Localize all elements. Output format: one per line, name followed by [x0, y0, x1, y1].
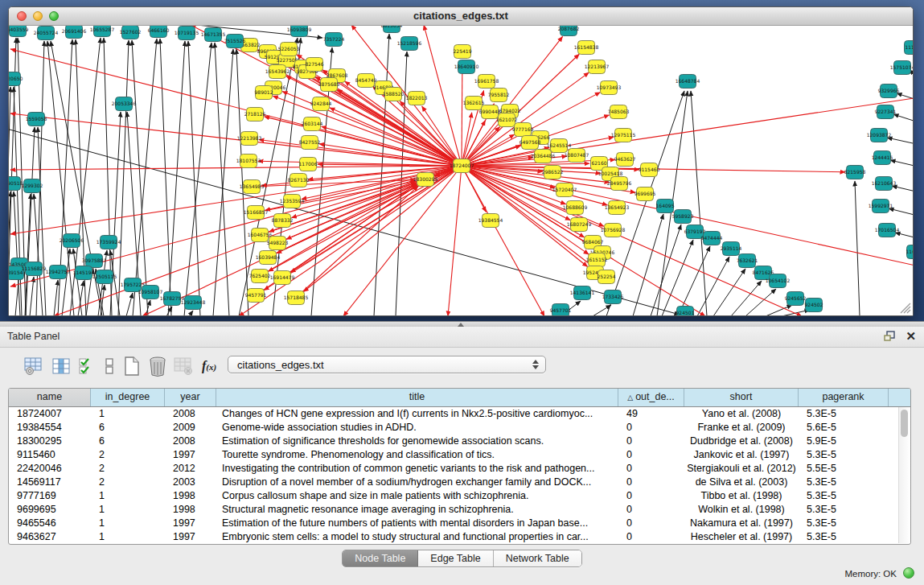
table-cell[interactable]: 2 [91, 448, 165, 462]
table-cell[interactable]: 5.3E-5 [799, 489, 889, 503]
table-cell[interactable]: Investigating the contribution of common… [216, 462, 618, 476]
graph-node[interactable]: 1822013 [406, 92, 428, 105]
table-cell[interactable]: 22420046 [9, 462, 91, 476]
graph-node[interactable]: 9227341 [875, 105, 897, 119]
graph-node[interactable]: 20053346 [112, 97, 137, 111]
graph-node[interactable]: 1145194 [73, 266, 95, 280]
table-cell[interactable]: Franke et al. (2009) [684, 421, 799, 435]
column-header-short[interactable]: short [684, 389, 799, 406]
table-cell[interactable]: Nakamura et al. (1997) [684, 517, 799, 530]
table-cell[interactable]: 0 [618, 530, 684, 544]
graph-node[interactable]: 10688609 [563, 201, 588, 215]
graph-node[interactable]: 12093872 [867, 129, 892, 142]
graph-node[interactable]: 9474444 [701, 232, 723, 245]
table-cell[interactable]: 6 [91, 421, 165, 435]
table-cell[interactable]: Genome-wide association studies in ADHD. [216, 421, 618, 435]
graph-node[interactable]: 13654983 [240, 180, 265, 194]
graph-node[interactable]: 3875685 [318, 78, 340, 92]
graph-node[interactable]: 924501 [676, 307, 695, 316]
table-cell[interactable]: 1997 [165, 517, 216, 530]
table-cell[interactable]: Jankovic et al. (1997) [684, 448, 799, 462]
graph-node[interactable]: 15718485 [284, 291, 309, 305]
graph-node[interactable]: 9457701 [550, 304, 572, 316]
column-header-title[interactable]: title [216, 389, 618, 406]
graph-node[interactable]: 10654102 [766, 274, 791, 288]
table-cell[interactable]: 1997 [165, 448, 216, 462]
table-cell[interactable]: Hescheler et al. (1997) [684, 530, 799, 544]
table-cell[interactable]: 1 [91, 517, 165, 530]
scrollbar-thumb[interactable] [901, 410, 908, 437]
window-resize-grip[interactable] [899, 302, 911, 314]
graph-node[interactable]: 15218596 [397, 37, 422, 51]
table-row[interactable]: 2242004622012Investigating the contribut… [9, 462, 910, 476]
graph-node[interactable]: 17359924 [97, 236, 121, 249]
citation-network-graph[interactable]: 1872400775638228960124591295452275085226… [9, 26, 913, 315]
graph-node[interactable]: 9329966 [878, 84, 900, 98]
table-cell[interactable]: 2008 [165, 435, 216, 448]
graph-node[interactable]: 10756928 [601, 224, 626, 237]
graph-node[interactable]: 18107553 [236, 154, 261, 168]
table-cell[interactable]: 5.6E-5 [799, 421, 889, 435]
table-cell[interactable]: Stergiakouli et al. (2012) [684, 462, 799, 476]
table-cell[interactable]: 0 [618, 421, 684, 435]
column-header-in_degree[interactable]: in_degree [91, 389, 165, 406]
graph-node[interactable]: 10719135 [175, 27, 199, 40]
graph-node[interactable]: 10973493 [597, 81, 622, 95]
table-cell[interactable]: 0 [618, 435, 684, 448]
table-cell[interactable]: Tibbo et al. (1998) [684, 489, 799, 503]
table-row[interactable]: 946554611997Estimation of the future num… [9, 517, 910, 530]
graph-node[interactable]: 6466160 [148, 26, 170, 38]
graph-node[interactable]: 8267130 [288, 174, 310, 187]
graph-node[interactable]: 1244415 [872, 151, 893, 165]
new-column-button[interactable] [121, 354, 143, 378]
graph-node[interactable]: 117006 [299, 158, 318, 171]
graph-node[interactable]: 16154838 [574, 41, 599, 55]
table-mode-button[interactable] [23, 354, 45, 378]
graph-node[interactable]: 1527602 [120, 26, 142, 39]
graph-node[interactable]: 9115460 [639, 163, 660, 177]
graph-node[interactable]: 12213967 [585, 60, 610, 74]
table-cell[interactable]: Estimation of significance thresholds fo… [216, 435, 618, 448]
graph-node[interactable]: 18640910 [454, 60, 479, 74]
graph-node[interactable]: 9245652 [785, 292, 807, 306]
table-cell[interactable]: 0 [618, 503, 684, 517]
table-cell[interactable]: 0 [618, 476, 684, 489]
graph-node[interactable]: 9242844 [310, 97, 332, 111]
table-cell[interactable]: 1 [91, 530, 165, 544]
graph-node[interactable]: 8427552 [299, 136, 321, 150]
graph-node[interactable]: 7357224 [323, 33, 345, 47]
table-cell[interactable]: Dudbridge et al. (2008) [684, 435, 799, 448]
table-cell[interactable]: 0 [618, 462, 684, 476]
table-row[interactable]: 946362711997Embryonic stem cells: a mode… [9, 530, 910, 544]
graph-node[interactable]: 5403559 [9, 26, 29, 37]
table-cell[interactable]: 5.3E-5 [799, 517, 889, 530]
table-cell[interactable]: 5.3E-5 [799, 448, 889, 462]
network-window[interactable]: citations_edges.txt 18724007756382289601… [8, 6, 914, 316]
table-cell[interactable]: 5.3E-5 [799, 476, 889, 489]
table-cell[interactable]: 5.3E-5 [799, 503, 889, 517]
table-cell[interactable]: 1 [91, 407, 165, 421]
delete-column-button[interactable] [146, 354, 169, 378]
graph-node[interactable]: 2320650 [9, 72, 23, 86]
graph-node[interactable]: 7515526 [224, 35, 246, 48]
graph-node[interactable]: 9457791 [245, 289, 267, 303]
column-header-year[interactable]: year [165, 389, 216, 406]
table-row[interactable]: 1830029562008Estimation of significance … [9, 435, 910, 448]
table-cell[interactable]: Tourette syndrome. Phenomenology and cla… [216, 448, 618, 462]
table-row[interactable]: 977716911998Corpus callosum shape and si… [9, 489, 910, 503]
graph-node[interactable]: 15992971 [869, 200, 893, 213]
graph-node[interactable]: 11156829 [22, 262, 47, 276]
checklist-button[interactable] [76, 354, 98, 378]
graph-node[interactable]: 15720407 [552, 183, 577, 197]
table-cell[interactable]: 2008 [165, 407, 216, 421]
graph-node[interactable]: 225419 [454, 45, 472, 59]
table-cell[interactable]: 5.9E-5 [799, 435, 889, 448]
network-window-titlebar[interactable]: citations_edges.txt [9, 7, 913, 26]
table-cell[interactable]: Wolkin et al. (1998) [684, 503, 799, 517]
table-cell[interactable]: 49 [618, 407, 684, 421]
graph-node[interactable]: 7632621 [737, 254, 758, 268]
table-cell[interactable]: 9115460 [9, 448, 91, 462]
table-cell[interactable]: 5.3E-5 [799, 407, 889, 421]
vertical-scrollbar[interactable] [898, 407, 910, 543]
table-row[interactable]: 1456911722003Disruption of a novel membe… [9, 476, 910, 489]
